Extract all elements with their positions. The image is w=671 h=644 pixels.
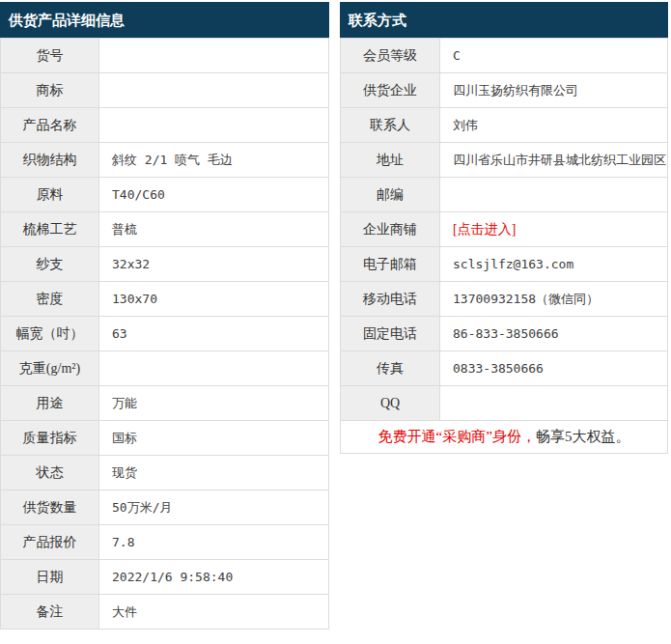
value-qq <box>440 386 668 421</box>
row-item-number: 货号 <box>1 39 329 73</box>
value-date: 2022/1/6 9:58:40 <box>99 560 329 595</box>
row-width-inch: 幅宽（吋） 63 <box>1 317 329 351</box>
value-email: sclsjlfz@163.com <box>440 247 668 282</box>
row-mobile-phone: 移动电话 13700932158（微信同） <box>341 282 668 317</box>
value-combing-process: 普梳 <box>99 212 329 247</box>
label-fabric-structure: 织物结构 <box>1 143 99 178</box>
value-address: 四川省乐山市井研县城北纺织工业园区 <box>440 143 668 178</box>
promo-note-link[interactable]: 免费开通“采购商”身份， <box>378 429 536 444</box>
label-quality-standard: 质量指标 <box>1 421 99 456</box>
label-density: 密度 <box>1 282 99 317</box>
row-company-shop: 企业商铺 [点击进入] <box>341 212 668 247</box>
value-gram-weight <box>99 351 329 386</box>
row-product-name: 产品名称 <box>1 108 329 143</box>
label-remark: 备注 <box>1 595 99 630</box>
contact-info-panel: 联系方式 会员等级 C 供货企业 四川玉扬纺织有限公司 联系人 刘伟 地址 四川… <box>340 2 668 454</box>
shop-enter-link[interactable]: [点击进入] <box>453 222 516 237</box>
label-supply-quantity: 供货数量 <box>1 490 99 525</box>
row-qq: QQ <box>341 386 668 421</box>
row-price-quote: 产品报价 7.8 <box>1 525 329 560</box>
label-usage: 用途 <box>1 386 99 421</box>
value-product-name <box>99 108 329 143</box>
value-contact-person: 刘伟 <box>440 108 668 143</box>
value-company-shop: [点击进入] <box>440 212 668 247</box>
row-quality-standard: 质量指标 国标 <box>1 421 329 456</box>
product-details-panel: 供货产品详细信息 货号 商标 产品名称 织物结构 斜纹 2/1 喷气 毛边 <box>0 2 329 630</box>
value-supply-quantity: 50万米/月 <box>99 490 329 525</box>
label-width-inch: 幅宽（吋） <box>1 317 99 351</box>
label-company-shop: 企业商铺 <box>341 212 440 247</box>
value-yarn-count: 32x32 <box>99 247 329 282</box>
value-usage: 万能 <box>99 386 329 421</box>
value-fax: 0833-3850666 <box>440 351 668 386</box>
label-item-number: 货号 <box>1 39 99 73</box>
row-remark: 备注 大件 <box>1 595 329 630</box>
label-fax: 传真 <box>341 351 440 386</box>
label-raw-material: 原料 <box>1 178 99 212</box>
value-supplier-company: 四川玉扬纺织有限公司 <box>440 73 668 108</box>
label-mobile-phone: 移动电话 <box>341 282 440 317</box>
value-fixed-phone: 86-833-3850666 <box>440 317 668 351</box>
label-member-level: 会员等级 <box>341 39 440 73</box>
page-body: 供货产品详细信息 货号 商标 产品名称 织物结构 斜纹 2/1 喷气 毛边 <box>0 2 671 630</box>
value-member-level: C <box>440 39 668 73</box>
value-quality-standard: 国标 <box>99 421 329 456</box>
label-date: 日期 <box>1 560 99 595</box>
row-status: 状态 现货 <box>1 456 329 490</box>
row-member-level: 会员等级 C <box>341 39 668 73</box>
promo-note-text: 畅享5大权益。 <box>536 429 630 444</box>
row-date: 日期 2022/1/6 9:58:40 <box>1 560 329 595</box>
value-trademark <box>99 73 329 108</box>
label-status: 状态 <box>1 456 99 490</box>
contact-info-title: 联系方式 <box>340 2 668 38</box>
label-contact-person: 联系人 <box>341 108 440 143</box>
value-width-inch: 63 <box>99 317 329 351</box>
label-email: 电子邮箱 <box>341 247 440 282</box>
value-status: 现货 <box>99 456 329 490</box>
label-yarn-count: 纱支 <box>1 247 99 282</box>
value-density: 130x70 <box>99 282 329 317</box>
row-raw-material: 原料 T40/C60 <box>1 178 329 212</box>
label-address: 地址 <box>341 143 440 178</box>
row-email: 电子邮箱 sclsjlfz@163.com <box>341 247 668 282</box>
value-price-quote: 7.8 <box>99 525 329 560</box>
value-remark: 大件 <box>99 595 329 630</box>
label-zip-code: 邮编 <box>341 178 440 212</box>
row-trademark: 商标 <box>1 73 329 108</box>
row-zip-code: 邮编 <box>341 178 668 212</box>
label-combing-process: 梳棉工艺 <box>1 212 99 247</box>
row-usage: 用途 万能 <box>1 386 329 421</box>
value-fabric-structure: 斜纹 2/1 喷气 毛边 <box>99 143 329 178</box>
promo-note: 免费开通“采购商”身份，畅享5大权益。 <box>341 421 668 454</box>
product-details-table: 货号 商标 产品名称 织物结构 斜纹 2/1 喷气 毛边 原料 T40 <box>0 38 329 630</box>
value-mobile-phone: 13700932158（微信同） <box>440 282 668 317</box>
row-contact-person: 联系人 刘伟 <box>341 108 668 143</box>
product-details-title: 供货产品详细信息 <box>0 2 329 38</box>
row-combing-process: 梳棉工艺 普梳 <box>1 212 329 247</box>
row-promo-note: 免费开通“采购商”身份，畅享5大权益。 <box>341 421 668 454</box>
value-item-number <box>99 39 329 73</box>
label-trademark: 商标 <box>1 73 99 108</box>
label-price-quote: 产品报价 <box>1 525 99 560</box>
row-supplier-company: 供货企业 四川玉扬纺织有限公司 <box>341 73 668 108</box>
label-gram-weight: 克重(g/m²) <box>1 351 99 386</box>
label-fixed-phone: 固定电话 <box>341 317 440 351</box>
row-supply-quantity: 供货数量 50万米/月 <box>1 490 329 525</box>
label-supplier-company: 供货企业 <box>341 73 440 108</box>
row-yarn-count: 纱支 32x32 <box>1 247 329 282</box>
row-address: 地址 四川省乐山市井研县城北纺织工业园区 <box>341 143 668 178</box>
contact-info-table: 会员等级 C 供货企业 四川玉扬纺织有限公司 联系人 刘伟 地址 四川省乐山市井… <box>340 38 668 454</box>
label-qq: QQ <box>341 386 440 421</box>
row-fabric-structure: 织物结构 斜纹 2/1 喷气 毛边 <box>1 143 329 178</box>
label-product-name: 产品名称 <box>1 108 99 143</box>
value-raw-material: T40/C60 <box>99 178 329 212</box>
row-density: 密度 130x70 <box>1 282 329 317</box>
row-gram-weight: 克重(g/m²) <box>1 351 329 386</box>
row-fax: 传真 0833-3850666 <box>341 351 668 386</box>
value-zip-code <box>440 178 668 212</box>
row-fixed-phone: 固定电话 86-833-3850666 <box>341 317 668 351</box>
